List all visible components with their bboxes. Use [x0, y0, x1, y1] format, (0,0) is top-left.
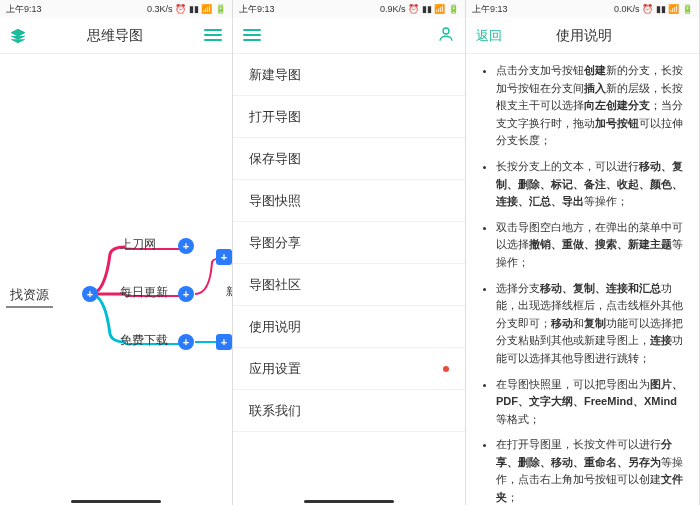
mindmap-branch[interactable]: 上刀网: [120, 236, 156, 253]
menu-settings[interactable]: 应用设置: [233, 348, 465, 390]
status-bar: 上午9:13 0.3K/s⏰ ▮▮ 📶 🔋: [0, 0, 232, 18]
app-header: 思维导图: [0, 18, 232, 54]
menu-share[interactable]: 导图分享: [233, 222, 465, 264]
main-menu: 新建导图 打开导图 保存导图 导图快照 导图分享 导图社区 使用说明 应用设置 …: [233, 54, 465, 432]
menu-community[interactable]: 导图社区: [233, 264, 465, 306]
mindmap-subnode[interactable]: 新: [226, 284, 232, 299]
mindmap-canvas[interactable]: 找资源 + 上刀网 每日更新 免费下载 + + + 新 + +: [0, 54, 232, 505]
add-node-button[interactable]: +: [178, 334, 194, 350]
menu-open[interactable]: 打开导图: [233, 96, 465, 138]
mindmap-branch[interactable]: 每日更新: [120, 284, 168, 301]
help-item: 点击分支加号按钮创建新的分支，长按加号按钮在分支间插入新的层级，长按根支主干可以…: [496, 62, 685, 150]
menu-new[interactable]: 新建导图: [233, 54, 465, 96]
menu-icon[interactable]: [243, 29, 261, 43]
page-title: 使用说明: [506, 27, 661, 45]
mindmap-branch[interactable]: 免费下载: [120, 332, 168, 349]
user-icon[interactable]: [437, 25, 455, 47]
help-content: 点击分支加号按钮创建新的分支，长按加号按钮在分支间插入新的层级，长按根支主干可以…: [466, 54, 699, 505]
help-item: 双击导图空白地方，在弹出的菜单中可以选择撤销、重做、搜索、新建主题等操作；: [496, 219, 685, 272]
notification-dot: [443, 366, 449, 372]
app-header: 返回 使用说明: [466, 18, 699, 54]
status-bar: 上午9:13 0.0K/s⏰ ▮▮ 📶 🔋: [466, 0, 699, 18]
back-button[interactable]: 返回: [476, 27, 502, 45]
add-node-button[interactable]: +: [178, 238, 194, 254]
nav-indicator: [71, 500, 161, 503]
menu-save[interactable]: 保存导图: [233, 138, 465, 180]
help-item: 在打开导图里，长按文件可以进行分享、删除、移动、重命名、另存为等操作，点击右上角…: [496, 436, 685, 505]
mindmap-root[interactable]: 找资源: [6, 284, 53, 308]
app-header: [233, 18, 465, 54]
add-node-button[interactable]: +: [82, 286, 98, 302]
help-item: 选择分支移动、复制、连接和汇总功能，出现选择线框后，点击线框外其他分支即可；移动…: [496, 280, 685, 368]
add-node-button[interactable]: +: [216, 334, 232, 350]
svg-point-3: [443, 28, 449, 34]
layers-icon[interactable]: [10, 28, 26, 44]
nav-indicator: [304, 500, 394, 503]
menu-snapshot[interactable]: 导图快照: [233, 180, 465, 222]
menu-icon[interactable]: [204, 29, 222, 43]
help-item: 在导图快照里，可以把导图出为图片、PDF、文字大纲、FreeMind、XMind…: [496, 376, 685, 429]
add-node-button[interactable]: +: [178, 286, 194, 302]
menu-help[interactable]: 使用说明: [233, 306, 465, 348]
status-bar: 上午9:13 0.9K/s⏰ ▮▮ 📶 🔋: [233, 0, 465, 18]
menu-contact[interactable]: 联系我们: [233, 390, 465, 432]
help-item: 长按分支上的文本，可以进行移动、复制、删除、标记、备注、收起、颜色、连接、汇总、…: [496, 158, 685, 211]
add-node-button[interactable]: +: [216, 249, 232, 265]
page-title: 思维导图: [26, 27, 204, 45]
